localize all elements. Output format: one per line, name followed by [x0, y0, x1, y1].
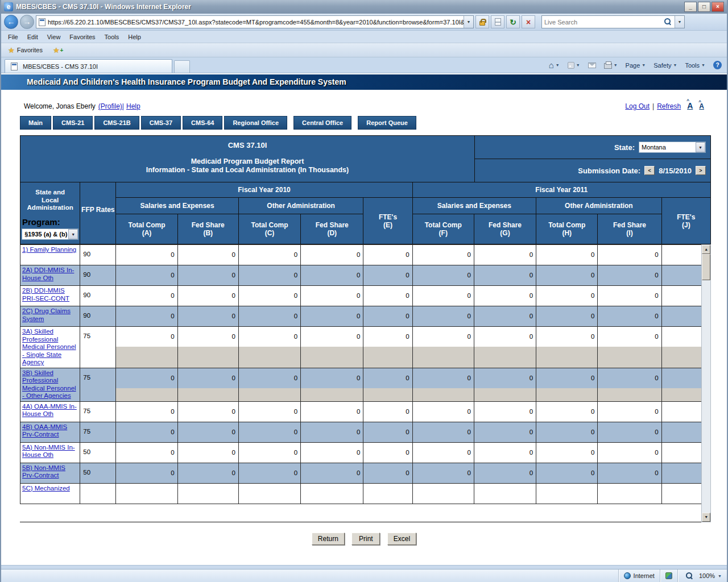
ffp-rate-cell: 90	[80, 245, 116, 265]
add-favorite-star-icon: ★	[53, 46, 60, 55]
program-row-link[interactable]: 1) Family Planning	[22, 246, 76, 253]
help-link[interactable]: Help	[126, 102, 140, 110]
logout-link[interactable]: Log Out	[625, 102, 650, 110]
menu-favorites[interactable]: Favorites	[65, 32, 100, 42]
value-cell-a: 0	[116, 401, 177, 422]
menu-file[interactable]: File	[3, 32, 23, 42]
refresh-page-link[interactable]: Refresh	[657, 102, 681, 110]
chevron-down-icon: ▼	[556, 63, 560, 67]
search-icon[interactable]	[664, 18, 672, 26]
security-lock-button[interactable]	[475, 15, 489, 28]
table-row: 2A) DDI-MMIS In-House Oth 90 0 0 0 0 0 0…	[20, 265, 702, 286]
program-row-link[interactable]: 5A) Non-MMIS In-House Oth	[22, 444, 75, 459]
value-cell-c: 0	[238, 327, 300, 368]
program-select[interactable]: §1935 (a) & (b) ▼	[22, 228, 78, 240]
feeds-icon	[568, 62, 574, 69]
zoom-control[interactable]: 100% ▼	[677, 569, 727, 582]
program-row-link[interactable]: 2B) DDI-MMIS PRI-SEC-CONT	[22, 287, 69, 302]
close-button[interactable]: ×	[712, 2, 724, 12]
compatibility-view-button[interactable]	[491, 15, 504, 28]
nav-tab-cms-21b[interactable]: CMS-21B	[94, 116, 139, 130]
minimize-button[interactable]: _	[684, 2, 697, 12]
address-input[interactable]	[48, 19, 464, 26]
home-button[interactable]: ⌂ ▼	[547, 60, 561, 70]
back-button[interactable]: ←	[4, 15, 18, 29]
state-select[interactable]: Montana ▼	[639, 142, 706, 153]
scrollbar-track[interactable]	[702, 280, 710, 513]
forward-button[interactable]: →	[20, 15, 34, 29]
return-button[interactable]: Return	[312, 533, 345, 545]
feeds-button[interactable]: ▼	[566, 61, 582, 70]
add-favorite-button[interactable]: ★ +	[49, 45, 67, 56]
safety-menu-button[interactable]: Safety ▼	[652, 61, 679, 70]
tab-mbes-cbes[interactable]: MBES/CBES - CMS 37.10I	[5, 59, 172, 73]
nav-tab-report-queue[interactable]: Report Queue	[358, 116, 416, 130]
program-row-link[interactable]: 2A) DDI-MMIS In-House Oth	[22, 267, 74, 281]
scroll-up-button[interactable]: ▲	[702, 245, 710, 254]
nav-tab-cms-21[interactable]: CMS-21	[53, 116, 93, 130]
next-date-button[interactable]: >	[696, 166, 706, 175]
nav-tab-central-office[interactable]: Central Office	[293, 116, 351, 130]
value-cell-j: 0	[661, 368, 701, 401]
font-increase-link[interactable]: A	[687, 101, 693, 110]
program-row-link[interactable]: 4B) OAA-MMIS Prv-Contract	[22, 423, 67, 438]
page-favicon-icon	[39, 18, 46, 26]
new-tab-button[interactable]	[174, 60, 190, 73]
program-row-link[interactable]: 5C) Mechanized	[22, 485, 70, 492]
value-cell-c: 0	[238, 368, 300, 401]
value-cell-j: 0	[661, 286, 701, 306]
value-cell-i: 0	[598, 463, 661, 483]
font-decrease-link[interactable]: A	[699, 102, 704, 110]
excel-button[interactable]: Excel	[387, 533, 416, 545]
value-cell-i: 0	[598, 245, 661, 265]
nav-tab-cms-37[interactable]: CMS-37	[141, 116, 181, 130]
internet-zone-label: Internet	[634, 572, 655, 579]
other-administration-header: Other Administration	[536, 198, 662, 214]
value-cell-c: 0	[238, 306, 300, 327]
address-dropdown-button[interactable]: ▼	[464, 16, 473, 28]
refresh-button[interactable]: ↻	[506, 15, 520, 28]
nav-tab-cms-64[interactable]: CMS-64	[183, 116, 222, 130]
program-select-value: §1935 (a) & (b)	[22, 231, 68, 238]
program-row-link[interactable]: 5B) Non-MMIS Prv-Contract	[22, 464, 65, 479]
value-cell-d: 0	[301, 327, 363, 368]
program-row-link[interactable]: 3A) Skilled Professional Medical Personn…	[22, 328, 76, 365]
table-scrollbar[interactable]: ▲ ▼	[701, 244, 711, 522]
maximize-button[interactable]: □	[698, 2, 710, 12]
fte-e-letter: (E)	[363, 221, 412, 229]
add-favorite-plus-icon: +	[60, 47, 64, 53]
chevron-down-icon[interactable]: ▼	[696, 142, 705, 152]
tab-title: MBES/CBES - CMS 37.10I	[23, 63, 98, 70]
help-button[interactable]: ?	[712, 60, 723, 70]
value-cell-i: 0	[598, 368, 661, 401]
nav-tab-regional-office[interactable]: Regional Office	[224, 116, 287, 130]
search-dropdown-button[interactable]: ▼	[675, 16, 684, 28]
nav-tab-main[interactable]: Main	[20, 116, 51, 130]
previous-date-button[interactable]: <	[644, 166, 655, 175]
print-report-button[interactable]: Print	[351, 533, 380, 545]
chevron-down-icon[interactable]: ▼	[68, 229, 78, 239]
menu-help[interactable]: Help	[123, 32, 146, 42]
menu-edit[interactable]: Edit	[23, 32, 43, 42]
favorites-button[interactable]: ★ Favorites	[5, 45, 46, 56]
scrollbar-thumb[interactable]	[702, 254, 710, 280]
value-cell-e: 0	[363, 401, 412, 422]
read-mail-button[interactable]	[586, 61, 598, 69]
page-menu-button[interactable]: Page ▼	[624, 61, 648, 70]
print-button[interactable]: ▼	[602, 60, 619, 70]
program-row-link[interactable]: 4A) OAA-MMIS In-House Oth	[22, 403, 77, 418]
menu-view[interactable]: View	[43, 32, 65, 42]
program-row-link[interactable]: 2C) Drug Claims System	[22, 307, 71, 322]
profile-link[interactable]: (Profile)|	[98, 102, 124, 110]
value-cell-b: 0	[177, 286, 238, 306]
value-cell-h: 0	[536, 401, 598, 422]
stop-button[interactable]: ×	[522, 15, 535, 28]
scroll-down-button[interactable]: ▼	[702, 513, 710, 522]
table-row: 5C) Mechanized	[20, 483, 702, 504]
stop-icon: ×	[526, 18, 531, 27]
value-cell-j	[661, 483, 701, 504]
program-row-link[interactable]: 3B) Skilled Professional Medical Personn…	[22, 369, 76, 400]
menu-tools[interactable]: Tools	[100, 32, 124, 42]
tools-menu-button[interactable]: Tools ▼	[683, 61, 707, 70]
search-input[interactable]	[542, 19, 661, 26]
